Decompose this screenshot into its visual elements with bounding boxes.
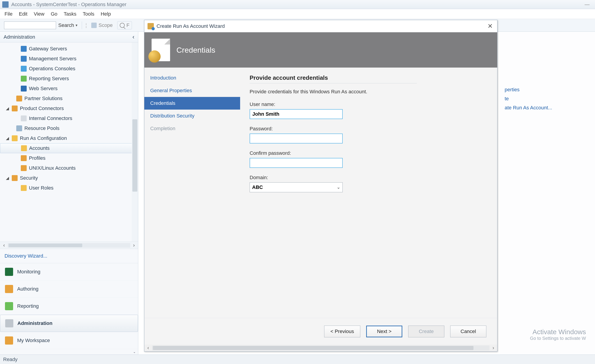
next-button[interactable]: Next > [366,326,402,337]
action-link-create-runas[interactable]: ate Run As Account... [505,105,595,111]
wunderbar-monitoring[interactable]: Monitoring [0,263,138,280]
dialog-footer: < Previous Next > Create Cancel [144,318,497,345]
confirm-password-input[interactable] [250,158,343,168]
wizard-step-completion: Completion [144,122,240,135]
status-text: Ready [3,357,18,362]
scroll-thumb[interactable] [153,346,474,350]
wunderbar-label: Reporting [17,303,39,309]
tree-item-profiles[interactable]: Profiles [0,153,138,163]
tree-item-operations-consoles[interactable]: Operations Consoles [0,64,138,74]
menu-go[interactable]: Go [51,11,57,17]
dialog-close-button[interactable]: ✕ [486,22,494,30]
dialog-title: Create Run As Account Wizard [156,23,225,29]
tree-item-icon [16,125,22,131]
tree-item-icon [12,135,18,141]
toolbar-search-dropdown[interactable]: Search ▼ [58,22,78,28]
tree-item-icon [21,86,27,92]
tree-item-label: Resource Pools [24,125,59,131]
wunderbar-icon [5,268,13,276]
scroll-left-icon[interactable]: ‹ [1,243,7,248]
wizard-step-credentials[interactable]: Credentials [144,97,240,110]
nav-header-title: Administration [4,34,35,40]
form-description: Provide credentials for this Windows Run… [250,89,488,95]
wunderbar-icon [5,336,13,345]
toolbar-hidden-btn[interactable]: ¦ [86,22,87,28]
toolbar-search-label: Search [58,22,74,28]
expander-icon[interactable]: ◢ [5,176,9,180]
tree-item-accounts[interactable]: Accounts [0,143,138,153]
tree-item-unix-linux-accounts[interactable]: UNIX/Linux Accounts [0,163,138,173]
tree-item-icon [21,76,27,82]
menu-edit[interactable]: Edit [19,11,27,17]
menu-tasks[interactable]: Tasks [64,11,76,17]
wizard-step-introduction[interactable]: Introduction [144,72,240,84]
wunderbar-my-workspace[interactable]: My Workspace [0,332,138,349]
username-input[interactable] [250,109,343,119]
tree-item-reporting-servers[interactable]: Reporting Servers [0,74,138,84]
domain-combobox[interactable]: ABC ⌄ [250,182,343,192]
tree-item-gateway-servers[interactable]: Gateway Servers [0,44,138,54]
minimize-button[interactable]: — [581,1,593,8]
discovery-wizard-link[interactable]: Discovery Wizard... [0,249,138,263]
tree-item-resource-pools[interactable]: Resource Pools [0,123,138,133]
dialog-banner: Credentials [144,32,497,68]
tree-item-label: Profiles [29,155,45,161]
toolbar-search-input[interactable] [4,21,56,29]
tree-item-management-servers[interactable]: Management Servers [0,54,138,64]
wunderbar-icon [5,285,13,293]
create-button: Create [408,326,444,337]
tree-item-icon [12,106,18,111]
scroll-track[interactable] [152,345,489,350]
wunderbar-authoring[interactable]: Authoring [0,280,138,298]
previous-button[interactable]: < Previous [324,326,360,337]
action-link-properties[interactable]: perties [505,87,595,93]
cancel-button[interactable]: Cancel [450,326,486,337]
find-label: F [127,22,129,28]
wunderbar-options[interactable]: ⌄ [0,349,138,355]
tree-vertical-scrollbar[interactable] [132,43,138,242]
nav-collapse-icon[interactable]: ‹ [132,33,135,40]
tree-item-label: Accounts [29,145,50,151]
scope-icon [91,23,97,28]
status-bar: Ready [0,355,595,364]
wunderbar: MonitoringAuthoringReportingAdministrati… [0,263,138,349]
page-icon [152,39,170,61]
tree-item-run-as-configuration[interactable]: ◢Run As Configuration [0,133,138,143]
expander-icon[interactable]: ◢ [5,136,9,141]
password-input[interactable] [250,134,343,143]
action-link-delete[interactable]: te [505,96,595,102]
wizard-step-distribution-security[interactable]: Distribution Security [144,110,240,122]
wunderbar-icon [5,302,13,310]
menu-file[interactable]: File [5,11,12,17]
scroll-track[interactable] [8,243,130,248]
tree-horizontal-scrollbar[interactable]: ‹ › [0,242,138,249]
menu-tools[interactable]: Tools [83,11,94,17]
tree-item-product-connectors[interactable]: ◢Product Connectors [0,103,138,114]
tree-item-label: User Roles [29,185,54,191]
expander-icon[interactable]: ◢ [5,106,9,111]
tree-item-icon [21,46,27,52]
wunderbar-reporting[interactable]: Reporting [0,298,138,315]
wunderbar-label: Administration [17,320,52,326]
search-icon [120,23,125,28]
menu-help[interactable]: Help [101,11,111,17]
scroll-right-icon[interactable]: › [490,345,496,351]
find-button[interactable]: F [117,21,132,29]
scroll-right-icon[interactable]: › [131,243,137,248]
scroll-left-icon[interactable]: ‹ [145,345,151,351]
tree-item-security[interactable]: ◢Security [0,173,138,183]
tree-item-icon [21,165,27,171]
wizard-step-general-properties[interactable]: General Properties [144,84,240,97]
watermark-line1: Activate Windows [530,328,586,336]
tree-item-user-roles[interactable]: User Roles [0,183,138,193]
dialog-body: IntroductionGeneral PropertiesCredential… [144,68,497,318]
menu-view[interactable]: View [34,11,44,17]
dialog-horizontal-scrollbar[interactable]: ‹ › [144,345,497,351]
wunderbar-administration[interactable]: Administration [0,315,138,332]
scope-button[interactable]: Scope [89,21,115,29]
tree-item-internal-connectors[interactable]: Internal Connectors [0,114,138,123]
tree-item-partner-solutions[interactable]: Partner Solutions [0,93,138,103]
scrollbar-thumb[interactable] [132,119,137,192]
tree-item-web-servers[interactable]: Web Servers [0,84,138,93]
scroll-thumb[interactable] [9,243,82,247]
